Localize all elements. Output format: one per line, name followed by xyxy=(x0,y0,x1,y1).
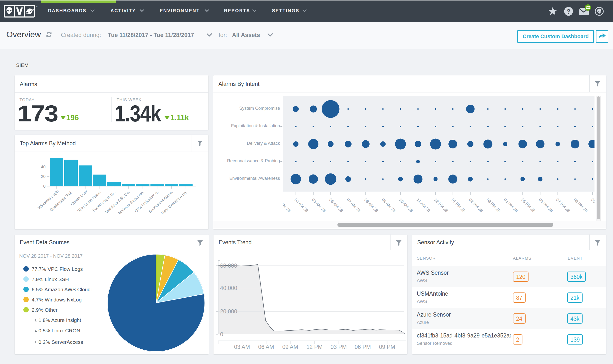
svg-text:12 PM 28: 12 PM 28 xyxy=(433,197,449,213)
svg-text:?: ? xyxy=(567,8,570,15)
svg-text:09 AM 28: 09 AM 28 xyxy=(381,197,396,213)
svg-text:03 AM 28: 03 AM 28 xyxy=(283,197,291,213)
svg-text:04 PM 28: 04 PM 28 xyxy=(503,197,519,213)
svg-text:11 AM 28: 11 AM 28 xyxy=(415,197,431,213)
svg-text:02 PM 28: 02 PM 28 xyxy=(468,197,484,213)
svg-text:09 PM: 09 PM xyxy=(379,344,395,350)
svg-text:Malicious SSL Ce..: Malicious SSL Ce.. xyxy=(104,189,131,214)
svg-text:20: 20 xyxy=(41,174,46,179)
svg-text:05 PM 28: 05 PM 28 xyxy=(520,197,536,213)
svg-text:09 AM: 09 AM xyxy=(282,344,298,350)
svg-text:03 PM: 03 PM xyxy=(331,344,347,350)
svg-text:User Granted Adm..: User Granted Adm.. xyxy=(160,189,189,215)
svg-text:06 PM: 06 PM xyxy=(355,344,371,350)
svg-text:06 AM: 06 AM xyxy=(258,344,274,350)
svg-text:01 PM 28: 01 PM 28 xyxy=(450,197,466,213)
svg-text:03 PM 28: 03 PM 28 xyxy=(485,197,501,213)
svg-text:07 AM 28: 07 AM 28 xyxy=(346,197,361,213)
svg-text:SSH Login Failur..: SSH Login Failur.. xyxy=(77,189,103,213)
svg-text:06 PM 28: 06 PM 28 xyxy=(538,197,554,213)
svg-text:Successful Authe..: Successful Authe.. xyxy=(148,189,174,214)
svg-text:Malware Beaconin..: Malware Beaconin.. xyxy=(118,189,146,215)
svg-text:08 AM 28: 08 AM 28 xyxy=(363,197,379,213)
svg-text:40: 40 xyxy=(41,165,46,169)
svg-text:04 AM 28: 04 AM 28 xyxy=(293,197,309,213)
svg-text:12 PM: 12 PM xyxy=(306,344,322,350)
svg-text:09 PM 28: 09 PM 28 xyxy=(590,197,595,213)
svg-text:10 AM 28: 10 AM 28 xyxy=(398,197,414,213)
svg-text:06 AM 28: 06 AM 28 xyxy=(328,197,344,213)
svg-text:Failed Logon to ..: Failed Logon to .. xyxy=(92,189,117,212)
svg-text:05 AM 28: 05 AM 28 xyxy=(311,197,326,213)
svg-text:60,000: 60,000 xyxy=(220,262,237,269)
svg-text:OTX Indicators o..: OTX Indicators o.. xyxy=(134,189,160,213)
svg-text:03 AM: 03 AM xyxy=(234,344,250,350)
svg-text:07 PM 28: 07 PM 28 xyxy=(555,197,571,213)
svg-text:0: 0 xyxy=(220,331,223,338)
svg-text:0: 0 xyxy=(43,184,46,189)
svg-text:40,000: 40,000 xyxy=(220,285,237,291)
svg-text:08 PM 28: 08 PM 28 xyxy=(573,197,588,213)
svg-text:20,000: 20,000 xyxy=(220,308,237,315)
